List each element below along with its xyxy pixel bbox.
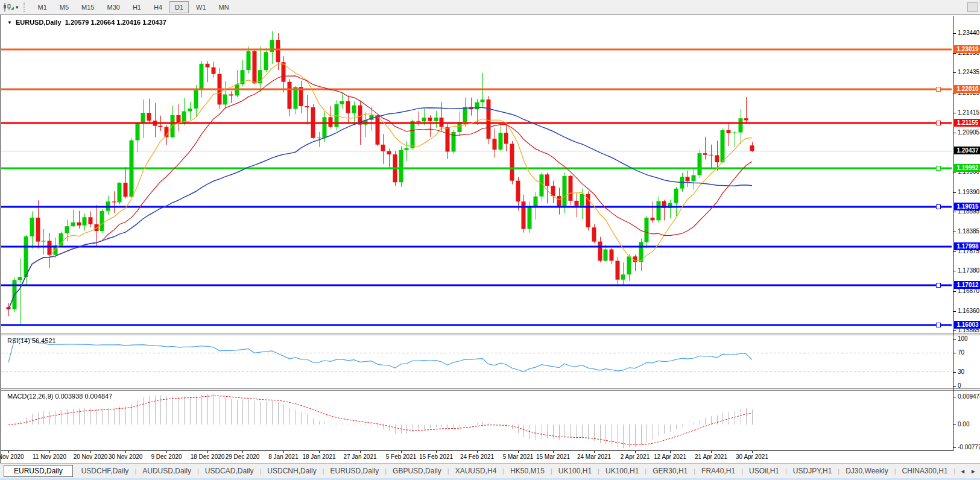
timeframe-button-w1[interactable]: W1 bbox=[191, 1, 212, 13]
timeframe-toolbar: ▾ M1M5M15M30H1H4D1W1MN bbox=[0, 0, 980, 14]
macd-axis-tick: 0.009478 bbox=[958, 393, 980, 400]
date-axis-label: 12 Apr 2021 bbox=[654, 453, 686, 460]
chart-tab[interactable]: USDCNH,Daily bbox=[264, 466, 320, 476]
axis-tick-mark bbox=[953, 425, 956, 425]
chart-tab[interactable]: CHINA300,H1 bbox=[899, 466, 952, 476]
date-tick-mark bbox=[283, 450, 284, 453]
axis-tick-mark bbox=[953, 172, 956, 172]
date-axis-label: 24 Feb 2021 bbox=[460, 453, 494, 460]
rsi-axis-tick: 0 bbox=[958, 382, 961, 389]
chart-type-icon[interactable] bbox=[2, 2, 14, 12]
date-axis-label: 21 Apr 2021 bbox=[695, 453, 727, 460]
price-axis-tick: 1.17380 bbox=[958, 267, 979, 274]
main-chart-canvas[interactable] bbox=[1, 16, 952, 333]
tab-separator: | bbox=[382, 467, 389, 475]
chart-menu-icon[interactable]: ▼ bbox=[7, 20, 12, 25]
chart-tab[interactable]: USDCAD,Daily bbox=[201, 466, 258, 476]
tab-separator: | bbox=[445, 467, 452, 475]
chart-tab[interactable]: USDCHF,Daily bbox=[78, 466, 133, 476]
date-axis-label: 2 Apr 2021 bbox=[621, 453, 650, 460]
tab-separator: | bbox=[320, 467, 327, 475]
tab-scroll-left-icon[interactable]: ◄ bbox=[959, 468, 966, 475]
chart-tab[interactable]: EURUSD,Daily bbox=[327, 466, 383, 476]
price-axis-line bbox=[953, 16, 953, 450]
tab-separator: | bbox=[500, 467, 507, 475]
tab-separator: | bbox=[257, 467, 264, 475]
date-axis-label: 18 Dec 2020 bbox=[191, 453, 225, 460]
tab-separator: | bbox=[952, 467, 958, 475]
date-tick-mark bbox=[518, 450, 519, 453]
axis-tick-mark bbox=[953, 113, 956, 113]
date-tick-mark bbox=[125, 450, 126, 453]
date-axis-label: 18 Jan 2021 bbox=[302, 453, 335, 460]
chart-ohlc-values: 1.20579 1.20664 1.20416 1.20437 bbox=[65, 19, 166, 26]
tab-separator: | bbox=[132, 467, 139, 475]
tab-separator: | bbox=[739, 467, 745, 475]
trading-app: { "colors": { "bull": "#00ce00", "bear":… bbox=[0, 0, 980, 480]
rsi-axis-tick: 30 bbox=[958, 368, 964, 375]
panel-splitter-rsi[interactable] bbox=[1, 333, 980, 335]
chart-tab[interactable]: HK50,M15 bbox=[507, 466, 548, 476]
chart-tab[interactable]: AUDUSD,Daily bbox=[139, 466, 195, 476]
chart-symbol-label: EURUSD,Daily bbox=[16, 19, 62, 26]
timeframe-button-m30[interactable]: M30 bbox=[102, 1, 125, 13]
axis-tick-mark bbox=[953, 212, 956, 212]
panel-splitter-macd[interactable] bbox=[1, 388, 980, 391]
date-axis-label: 5 Feb 2021 bbox=[386, 453, 417, 460]
date-axis-label: 30 Nov 2020 bbox=[109, 453, 143, 460]
chart-tab[interactable]: GBPUSD,Daily bbox=[389, 466, 445, 476]
date-tick-mark bbox=[401, 450, 402, 453]
date-axis-label: 29 Dec 2020 bbox=[226, 453, 260, 460]
price-axis-tick: 1.18385 bbox=[958, 228, 979, 235]
timeframe-button-h4[interactable]: H4 bbox=[148, 1, 168, 13]
rsi-axis-tick: 100 bbox=[958, 335, 968, 342]
timeframe-buttons: M1M5M15M30H1H4D1W1MN bbox=[33, 1, 236, 13]
price-axis-tick: 1.23440 bbox=[958, 30, 979, 36]
chart-tab-active[interactable]: EURUSD,Daily bbox=[4, 465, 73, 477]
chart-tab[interactable]: DJ30,Weekly bbox=[842, 466, 891, 476]
chart-tab[interactable]: XAUUSD,H4 bbox=[452, 466, 501, 476]
price-level-badge: 1.16003 bbox=[954, 321, 980, 329]
rsi-axis-tick: 70 bbox=[958, 349, 964, 356]
date-axis-label: 8 Jan 2021 bbox=[268, 453, 299, 460]
chart-type-dropdown-icon[interactable]: ▾ bbox=[16, 4, 19, 10]
chart-tab[interactable]: GER30,H1 bbox=[649, 466, 691, 476]
macd-axis-tick: 0.00 bbox=[958, 421, 969, 428]
date-axis-label: 11 Nov 2020 bbox=[33, 453, 66, 460]
macd-panel-canvas[interactable] bbox=[1, 391, 952, 450]
tab-scroll-right-icon[interactable]: ► bbox=[970, 468, 976, 475]
date-tick-mark bbox=[242, 450, 243, 453]
chart-tab[interactable]: USOil,H1 bbox=[745, 466, 783, 476]
date-tick-mark bbox=[8, 450, 9, 453]
chart-tab[interactable]: UK100,H1 bbox=[602, 466, 642, 476]
tab-separator: | bbox=[642, 467, 649, 475]
timeframe-button-mn[interactable]: MN bbox=[213, 1, 235, 13]
tab-separator: | bbox=[783, 467, 789, 475]
axis-tick-mark bbox=[953, 192, 956, 193]
axis-tick-mark bbox=[953, 232, 956, 232]
date-tick-mark bbox=[553, 450, 554, 453]
timeframe-button-m1[interactable]: M1 bbox=[33, 1, 52, 13]
date-axis-label: 24 Mar 2021 bbox=[577, 453, 611, 460]
timeframe-button-d1[interactable]: D1 bbox=[169, 1, 189, 13]
date-axis-label: 30 Apr 2021 bbox=[736, 453, 768, 460]
timeframe-button-m15[interactable]: M15 bbox=[76, 1, 100, 13]
timeframe-button-m5[interactable]: M5 bbox=[54, 1, 74, 13]
date-tick-mark bbox=[711, 450, 712, 453]
timeframe-button-h1[interactable]: H1 bbox=[127, 1, 147, 13]
toolbar-corner-button[interactable] bbox=[967, 2, 978, 12]
axis-tick-mark bbox=[953, 353, 956, 353]
chart-tab[interactable]: USDJPY,H1 bbox=[789, 466, 835, 476]
date-tick-mark bbox=[319, 450, 320, 453]
chart-tab[interactable]: UK100,H1 bbox=[555, 466, 595, 476]
chart-tab[interactable]: FRA40,H1 bbox=[698, 466, 739, 476]
axis-tick-mark bbox=[953, 330, 956, 331]
tab-separator: | bbox=[835, 467, 842, 475]
date-tick-mark bbox=[752, 450, 753, 453]
date-axis-label: 15 Feb 2021 bbox=[419, 453, 453, 460]
price-axis-tick: 1.16360 bbox=[958, 308, 979, 314]
rsi-panel-canvas[interactable] bbox=[1, 335, 952, 388]
chart-window: ▼ EURUSD,Daily 1.20579 1.20664 1.20416 1… bbox=[0, 14, 980, 463]
price-level-badge: 1.19992 bbox=[954, 164, 980, 172]
chart-title: ▼ EURUSD,Daily 1.20579 1.20664 1.20416 1… bbox=[7, 19, 166, 26]
